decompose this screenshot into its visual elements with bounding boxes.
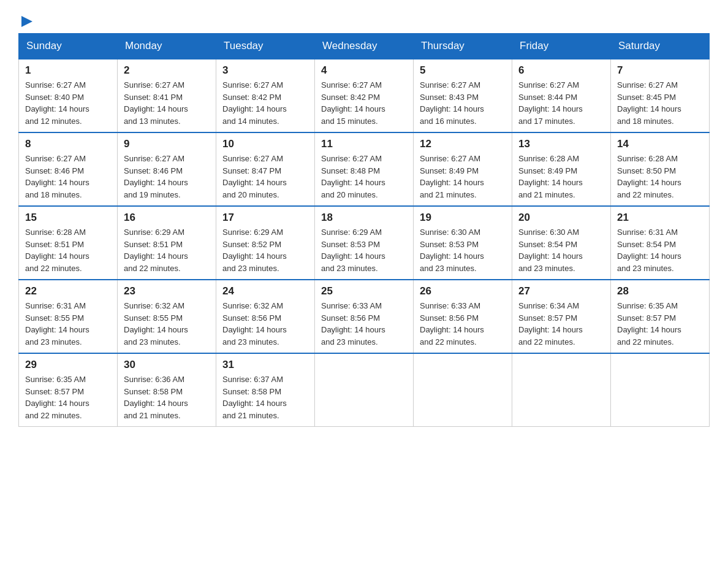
day-info: Sunrise: 6:37 AM Sunset: 8:58 PM Dayligh… — [222, 373, 308, 421]
week-row-5: 29 Sunrise: 6:35 AM Sunset: 8:57 PM Dayl… — [19, 353, 710, 427]
day-number: 25 — [321, 285, 407, 297]
calendar-cell: 8 Sunrise: 6:27 AM Sunset: 8:46 PM Dayli… — [19, 132, 118, 206]
day-info: Sunrise: 6:27 AM Sunset: 8:41 PM Dayligh… — [124, 79, 210, 127]
day-number: 31 — [222, 359, 308, 371]
day-number: 16 — [124, 212, 210, 224]
day-info: Sunrise: 6:27 AM Sunset: 8:49 PM Dayligh… — [420, 153, 506, 201]
calendar-cell: 1 Sunrise: 6:27 AM Sunset: 8:40 PM Dayli… — [19, 59, 118, 132]
day-number: 11 — [321, 138, 407, 150]
header-friday: Friday — [512, 34, 611, 59]
day-number: 8 — [25, 138, 111, 150]
day-info: Sunrise: 6:28 AM Sunset: 8:51 PM Dayligh… — [25, 226, 111, 274]
week-row-4: 22 Sunrise: 6:31 AM Sunset: 8:55 PM Dayl… — [19, 280, 710, 353]
calendar-cell — [315, 353, 414, 427]
calendar-cell: 12 Sunrise: 6:27 AM Sunset: 8:49 PM Dayl… — [414, 132, 512, 206]
day-info: Sunrise: 6:30 AM Sunset: 8:54 PM Dayligh… — [518, 226, 604, 274]
day-info: Sunrise: 6:33 AM Sunset: 8:56 PM Dayligh… — [321, 300, 407, 348]
calendar-cell: 20 Sunrise: 6:30 AM Sunset: 8:54 PM Dayl… — [512, 206, 611, 280]
day-number: 9 — [124, 138, 210, 150]
calendar-cell: 7 Sunrise: 6:27 AM Sunset: 8:45 PM Dayli… — [611, 59, 710, 132]
day-number: 12 — [420, 138, 506, 150]
day-number: 2 — [124, 64, 210, 77]
day-info: Sunrise: 6:32 AM Sunset: 8:56 PM Dayligh… — [222, 300, 308, 348]
calendar-cell: 30 Sunrise: 6:36 AM Sunset: 8:58 PM Dayl… — [118, 353, 216, 427]
logo — [18, 12, 32, 27]
day-number: 27 — [518, 285, 604, 297]
day-number: 24 — [222, 285, 308, 297]
calendar-cell: 23 Sunrise: 6:32 AM Sunset: 8:55 PM Dayl… — [118, 280, 216, 353]
day-number: 3 — [222, 64, 308, 77]
day-number: 20 — [518, 212, 604, 224]
day-info: Sunrise: 6:30 AM Sunset: 8:53 PM Dayligh… — [420, 226, 506, 274]
header-thursday: Thursday — [414, 34, 512, 59]
week-row-3: 15 Sunrise: 6:28 AM Sunset: 8:51 PM Dayl… — [19, 206, 710, 280]
day-info: Sunrise: 6:29 AM Sunset: 8:52 PM Dayligh… — [222, 226, 308, 274]
day-info: Sunrise: 6:29 AM Sunset: 8:51 PM Dayligh… — [124, 226, 210, 274]
calendar-cell: 6 Sunrise: 6:27 AM Sunset: 8:44 PM Dayli… — [512, 59, 611, 132]
calendar-cell: 3 Sunrise: 6:27 AM Sunset: 8:42 PM Dayli… — [216, 59, 315, 132]
page-header — [18, 12, 710, 27]
calendar-cell: 19 Sunrise: 6:30 AM Sunset: 8:53 PM Dayl… — [414, 206, 512, 280]
calendar-cell: 4 Sunrise: 6:27 AM Sunset: 8:42 PM Dayli… — [315, 59, 414, 132]
calendar-cell: 27 Sunrise: 6:34 AM Sunset: 8:57 PM Dayl… — [512, 280, 611, 353]
day-number: 7 — [617, 64, 703, 77]
day-number: 4 — [321, 64, 407, 77]
calendar-cell — [414, 353, 512, 427]
day-number: 22 — [25, 285, 111, 297]
day-info: Sunrise: 6:27 AM Sunset: 8:48 PM Dayligh… — [321, 153, 407, 201]
day-number: 26 — [420, 285, 506, 297]
calendar-cell: 24 Sunrise: 6:32 AM Sunset: 8:56 PM Dayl… — [216, 280, 315, 353]
day-info: Sunrise: 6:32 AM Sunset: 8:55 PM Dayligh… — [124, 300, 210, 348]
day-info: Sunrise: 6:27 AM Sunset: 8:47 PM Dayligh… — [222, 153, 308, 201]
day-info: Sunrise: 6:27 AM Sunset: 8:46 PM Dayligh… — [124, 153, 210, 201]
calendar-cell — [611, 353, 710, 427]
day-info: Sunrise: 6:29 AM Sunset: 8:53 PM Dayligh… — [321, 226, 407, 274]
day-info: Sunrise: 6:27 AM Sunset: 8:43 PM Dayligh… — [420, 79, 506, 127]
header-wednesday: Wednesday — [315, 34, 414, 59]
header-monday: Monday — [118, 34, 216, 59]
day-info: Sunrise: 6:27 AM Sunset: 8:45 PM Dayligh… — [617, 79, 703, 127]
calendar-cell: 17 Sunrise: 6:29 AM Sunset: 8:52 PM Dayl… — [216, 206, 315, 280]
day-info: Sunrise: 6:28 AM Sunset: 8:49 PM Dayligh… — [518, 153, 604, 201]
day-info: Sunrise: 6:36 AM Sunset: 8:58 PM Dayligh… — [124, 373, 210, 421]
calendar-cell: 22 Sunrise: 6:31 AM Sunset: 8:55 PM Dayl… — [19, 280, 118, 353]
day-number: 5 — [420, 64, 506, 77]
calendar-cell: 16 Sunrise: 6:29 AM Sunset: 8:51 PM Dayl… — [118, 206, 216, 280]
calendar-cell: 15 Sunrise: 6:28 AM Sunset: 8:51 PM Dayl… — [19, 206, 118, 280]
calendar-cell: 25 Sunrise: 6:33 AM Sunset: 8:56 PM Dayl… — [315, 280, 414, 353]
day-number: 28 — [617, 285, 703, 297]
day-number: 23 — [124, 285, 210, 297]
day-number: 10 — [222, 138, 308, 150]
calendar-cell: 9 Sunrise: 6:27 AM Sunset: 8:46 PM Dayli… — [118, 132, 216, 206]
calendar-cell: 18 Sunrise: 6:29 AM Sunset: 8:53 PM Dayl… — [315, 206, 414, 280]
day-info: Sunrise: 6:31 AM Sunset: 8:54 PM Dayligh… — [617, 226, 703, 274]
day-number: 19 — [420, 212, 506, 224]
day-number: 15 — [25, 212, 111, 224]
day-number: 6 — [518, 64, 604, 77]
day-number: 17 — [222, 212, 308, 224]
calendar-header-row: SundayMondayTuesdayWednesdayThursdayFrid… — [19, 34, 710, 59]
day-info: Sunrise: 6:35 AM Sunset: 8:57 PM Dayligh… — [617, 300, 703, 348]
day-number: 14 — [617, 138, 703, 150]
day-info: Sunrise: 6:27 AM Sunset: 8:42 PM Dayligh… — [321, 79, 407, 127]
day-number: 30 — [124, 359, 210, 371]
calendar-cell: 11 Sunrise: 6:27 AM Sunset: 8:48 PM Dayl… — [315, 132, 414, 206]
day-info: Sunrise: 6:35 AM Sunset: 8:57 PM Dayligh… — [25, 373, 111, 421]
day-info: Sunrise: 6:27 AM Sunset: 8:42 PM Dayligh… — [222, 79, 308, 127]
header-sunday: Sunday — [19, 34, 118, 59]
calendar-cell: 29 Sunrise: 6:35 AM Sunset: 8:57 PM Dayl… — [19, 353, 118, 427]
week-row-1: 1 Sunrise: 6:27 AM Sunset: 8:40 PM Dayli… — [19, 59, 710, 132]
logo-text — [18, 12, 32, 27]
calendar-cell: 14 Sunrise: 6:28 AM Sunset: 8:50 PM Dayl… — [611, 132, 710, 206]
calendar-cell: 26 Sunrise: 6:33 AM Sunset: 8:56 PM Dayl… — [414, 280, 512, 353]
logo-blue-part — [20, 12, 32, 27]
calendar-table: SundayMondayTuesdayWednesdayThursdayFrid… — [18, 33, 710, 427]
day-info: Sunrise: 6:27 AM Sunset: 8:40 PM Dayligh… — [25, 79, 111, 127]
logo-arrow-icon — [21, 16, 32, 27]
day-number: 18 — [321, 212, 407, 224]
calendar-cell: 31 Sunrise: 6:37 AM Sunset: 8:58 PM Dayl… — [216, 353, 315, 427]
day-number: 1 — [25, 64, 111, 77]
day-info: Sunrise: 6:33 AM Sunset: 8:56 PM Dayligh… — [420, 300, 506, 348]
day-info: Sunrise: 6:34 AM Sunset: 8:57 PM Dayligh… — [518, 300, 604, 348]
day-number: 29 — [25, 359, 111, 371]
